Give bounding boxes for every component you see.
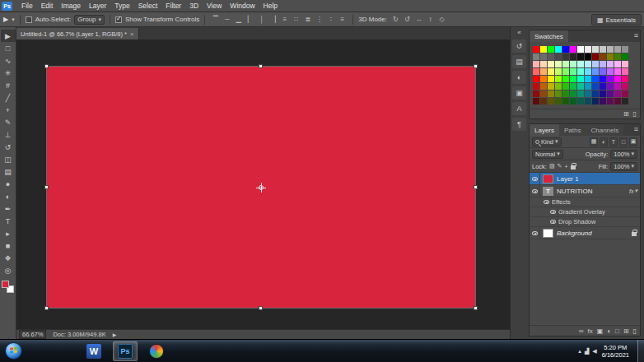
layer-thumbnail[interactable] — [543, 229, 553, 238]
filter-type-layers-icon[interactable]: T — [609, 137, 618, 146]
tool-preset-chevron-icon[interactable]: ▾ — [12, 16, 15, 23]
swatch[interactable] — [585, 98, 591, 104]
swatch[interactable] — [577, 98, 584, 104]
menu-item[interactable]: Select — [134, 0, 162, 12]
lock-transparent-pixels-icon[interactable]: ▨ — [549, 163, 555, 169]
brush-tool-button[interactable]: ✎ — [1, 116, 16, 128]
swatch[interactable] — [562, 76, 569, 82]
transform-handle-s[interactable] — [259, 306, 263, 310]
tab-channels[interactable]: Channels — [586, 124, 623, 136]
show-transform-controls-checkbox[interactable] — [115, 16, 122, 23]
fill-field[interactable]: 100% ▾ — [610, 162, 637, 171]
tab-swatches[interactable]: Swatches — [530, 30, 568, 42]
align-right-edges-icon[interactable]: ▕ — [268, 14, 278, 25]
swatch[interactable] — [548, 98, 554, 104]
blend-mode-dropdown[interactable]: Normal ▾ — [532, 150, 563, 159]
swatch[interactable] — [562, 98, 569, 104]
swatch[interactable] — [555, 90, 562, 97]
swatch[interactable] — [622, 83, 628, 90]
swatch[interactable] — [622, 46, 628, 53]
align-vertical-centers-icon[interactable]: ─ — [222, 14, 232, 25]
swatch[interactable] — [533, 98, 539, 104]
dodge-tool-button[interactable]: ◐ — [1, 190, 16, 202]
adjustments-panel-icon[interactable]: ◐ — [512, 71, 526, 84]
swatch[interactable] — [540, 61, 547, 67]
filter-pixel-layers-icon[interactable]: ▦ — [590, 137, 598, 146]
swatch[interactable] — [577, 90, 584, 97]
swatch[interactable] — [585, 90, 591, 97]
swatch[interactable] — [614, 68, 621, 75]
start-button[interactable] — [5, 342, 22, 360]
swatch[interactable] — [562, 68, 569, 75]
swatch[interactable] — [548, 61, 554, 67]
swatch[interactable] — [614, 90, 621, 97]
swatch[interactable] — [585, 76, 591, 82]
swatch[interactable] — [555, 76, 562, 82]
swatch[interactable] — [570, 76, 576, 82]
swatch[interactable] — [570, 46, 576, 53]
swatch[interactable] — [614, 83, 621, 90]
align-top-edges-icon[interactable]: ▔ — [210, 14, 221, 25]
swatch[interactable] — [607, 53, 614, 60]
swatch[interactable] — [600, 46, 606, 53]
swatch[interactable] — [562, 46, 569, 53]
transform-handle-nw[interactable] — [44, 64, 49, 68]
hand-tool-button[interactable]: ❖ — [1, 252, 16, 264]
taskbar-clock[interactable]: 5:20 PM 6/16/2021 — [602, 344, 632, 359]
character-panel-icon[interactable]: A — [512, 102, 526, 115]
filter-shape-layers-icon[interactable]: □ — [619, 137, 628, 146]
swatch[interactable] — [600, 53, 606, 60]
distribute-vertical-centers-icon[interactable]: ∷ — [291, 14, 301, 25]
document-tab[interactable]: Untitled-1 @ 66.7% (Layer 1, RGB/8) * × — [16, 28, 139, 39]
foreground-color-swatch[interactable] — [2, 281, 9, 288]
delete-swatch-icon[interactable]: ▯ — [633, 110, 637, 118]
move-tool-button[interactable]: ▶ — [1, 30, 16, 42]
swatch[interactable] — [614, 46, 621, 53]
status-flyout-icon[interactable]: ▶ — [113, 332, 117, 337]
tray-icon[interactable]: ◀ — [592, 348, 596, 355]
swatch[interactable] — [592, 83, 599, 90]
swatch[interactable] — [540, 98, 547, 104]
swatch[interactable] — [585, 83, 591, 90]
clone-stamp-tool-button[interactable]: ⊥ — [1, 128, 16, 141]
taskbar-word-button[interactable]: W — [82, 341, 106, 361]
swatch[interactable] — [540, 46, 547, 53]
swatch[interactable] — [533, 68, 539, 75]
swatch[interactable] — [577, 46, 584, 53]
link-layers-icon[interactable]: ∞ — [579, 327, 584, 335]
swatch[interactable] — [562, 53, 569, 60]
transform-reference-point[interactable] — [259, 185, 264, 190]
show-desktop-button[interactable] — [637, 340, 644, 362]
tab-paths[interactable]: Paths — [559, 124, 586, 136]
swatch[interactable] — [622, 90, 628, 97]
delete-layer-icon[interactable]: ▯ — [633, 327, 637, 335]
rectangular-marquee-tool-button[interactable]: □ — [1, 42, 16, 54]
expand-dock-icon[interactable]: « — [517, 29, 520, 37]
distribute-left-edges-icon[interactable]: ⋮ — [314, 14, 324, 25]
layer-row-layer1[interactable]: Layer 1 — [530, 173, 640, 185]
eraser-tool-button[interactable]: ◫ — [1, 153, 16, 165]
swatch[interactable] — [585, 53, 591, 60]
new-group-icon[interactable]: □ — [615, 327, 619, 335]
swatch[interactable] — [585, 68, 591, 75]
swatch[interactable] — [622, 53, 628, 60]
menu-item[interactable]: Image — [57, 0, 85, 12]
menu-item[interactable]: Layer — [85, 0, 110, 12]
swatch[interactable] — [562, 83, 569, 90]
swatch[interactable] — [614, 98, 621, 104]
swatch[interactable] — [585, 46, 591, 53]
swatch[interactable] — [548, 83, 554, 90]
swatch[interactable] — [548, 46, 554, 53]
swatch[interactable] — [555, 46, 562, 53]
layer-style-icon[interactable]: fx — [587, 327, 592, 335]
visibility-toggle[interactable] — [530, 185, 540, 197]
3d-drag-icon[interactable]: ↔ — [413, 14, 424, 25]
swatch[interactable] — [600, 68, 606, 75]
swatch[interactable] — [600, 90, 606, 97]
swatch[interactable] — [577, 68, 584, 75]
close-tab-icon[interactable]: × — [130, 30, 134, 38]
swatch[interactable] — [614, 61, 621, 67]
layer-row-background[interactable]: Background — [530, 227, 640, 239]
opacity-field[interactable]: 100% ▾ — [610, 150, 637, 159]
tab-layers[interactable]: Layers — [530, 124, 559, 136]
